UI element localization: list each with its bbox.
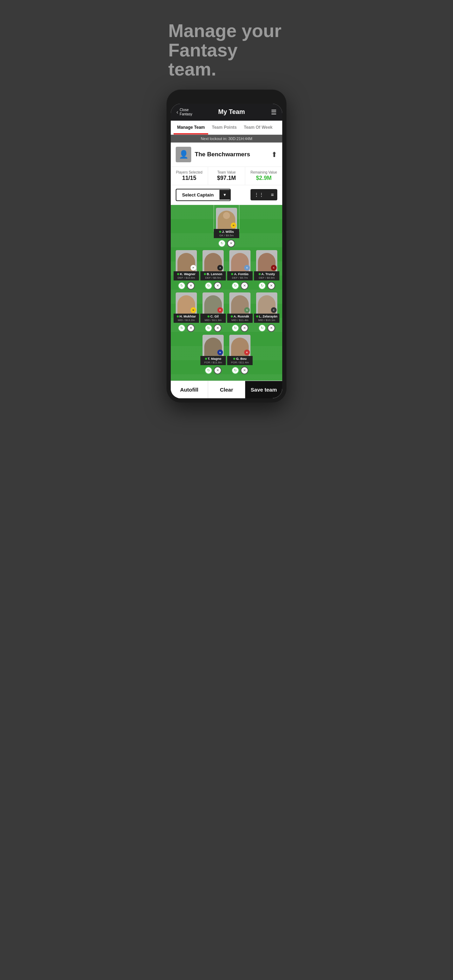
status-dot-rusnak xyxy=(231,315,233,318)
refresh-button-fontas[interactable]: ↻ xyxy=(231,282,239,290)
captain-dropdown-arrow: ▼ xyxy=(219,190,230,200)
player-actions-wagner: ↻ ✕ xyxy=(178,282,195,290)
bottom-action-bar: Autofill Clear Save team xyxy=(171,381,282,398)
phone-screen: ‹ CloseFantasy My Team ☰ Manage Team Tea… xyxy=(171,104,282,398)
tab-team-of-week[interactable]: Team Of Week xyxy=(240,121,276,134)
refresh-button-magno[interactable]: ↻ xyxy=(205,366,212,374)
player-info-trusty: A. Trusty DEF / $8.9m xyxy=(254,271,280,280)
remove-button-lennon[interactable]: ✕ xyxy=(214,282,222,290)
remove-button-fontas[interactable]: ✕ xyxy=(241,282,248,290)
team-value-stat: Team Value $97.1M xyxy=(208,167,246,185)
player-photo-wagner: P xyxy=(176,250,197,271)
refresh-button-trusty[interactable]: ↻ xyxy=(258,282,266,290)
player-photo-lennon: A xyxy=(202,250,224,271)
remove-button-bou[interactable]: ✕ xyxy=(241,366,248,374)
lockout-bar: Next lockout in: 30D:21H:44M xyxy=(171,135,282,143)
player-pos-price-trusty: DEF / $8.9m xyxy=(256,276,278,279)
player-photo-rusnak: S xyxy=(229,293,251,313)
remove-button-mukhtar[interactable]: ✕ xyxy=(187,324,195,332)
refresh-button-mukhtar[interactable]: ↻ xyxy=(178,324,186,332)
player-pos-price-mukhtar: MID / $13.2m xyxy=(175,318,197,322)
player-pos-price-lennon: DEF / $8.5m xyxy=(202,276,224,279)
refresh-button-wagner[interactable]: ↻ xyxy=(178,282,186,290)
remaining-value: $2.9M xyxy=(248,175,280,181)
team-value-label: Team Value xyxy=(211,170,242,174)
player-info-magno: T. Magno FOR / $11.8m xyxy=(200,356,226,365)
player-info-bou: G. Bou FOR / $11.4m xyxy=(227,356,253,365)
remaining-label: Remaining Value xyxy=(248,170,280,174)
def-row: P K. Wagner DEF / $10.6m ↻ ✕ xyxy=(171,250,282,290)
player-photo-willis: N xyxy=(216,208,237,229)
club-badge-magno: N xyxy=(217,350,223,355)
player-card-mukhtar: N H. Mukhtar MID / $13.2m ↻ ✕ xyxy=(173,293,199,332)
player-actions-trusty: ↻ ✕ xyxy=(258,282,275,290)
refresh-button-bou[interactable]: ↻ xyxy=(231,366,239,374)
captain-row: Select Captain ▼ ⋮⋮ ≡ xyxy=(171,185,282,205)
back-button[interactable]: ‹ CloseFantasy xyxy=(176,108,192,116)
player-actions-lennon: ↻ ✕ xyxy=(205,282,222,290)
back-chevron-icon: ‹ xyxy=(176,109,178,115)
app-header: ‹ CloseFantasy My Team ☰ xyxy=(171,104,282,121)
player-card-rusnak: S A. Rusnák MID / $11.4m ↻ ✕ xyxy=(227,293,253,332)
refresh-button-gil[interactable]: ↻ xyxy=(205,324,212,332)
captain-label: Select Captain xyxy=(176,189,219,200)
player-name-fontas: A. Fontàs xyxy=(229,272,251,276)
club-badge-trusty: C xyxy=(271,265,277,270)
refresh-button-lennon[interactable]: ↻ xyxy=(205,282,212,290)
remove-button-trusty[interactable]: ✕ xyxy=(267,282,275,290)
stats-row: Players Selected 11/15 Team Value $97.1M… xyxy=(171,167,282,185)
grid-view-button[interactable]: ⋮⋮ xyxy=(251,189,267,200)
remaining-value-stat: Remaining Value $2.9M xyxy=(245,167,282,185)
player-card-magno: N T. Magno FOR / $11.8m ↻ ✕ xyxy=(200,335,226,374)
refresh-button-rusnak[interactable]: ↻ xyxy=(231,324,239,332)
player-info-rusnak: A. Rusnák MID / $11.4m xyxy=(227,313,253,323)
refresh-button-willis[interactable]: ↻ xyxy=(218,240,226,247)
remove-button-magno[interactable]: ✕ xyxy=(214,366,222,374)
player-actions-rusnak: ↻ ✕ xyxy=(231,324,248,332)
team-value-value: $97.1M xyxy=(211,175,242,181)
player-photo-zelarayan: C xyxy=(256,293,277,313)
share-button[interactable]: ⬆ xyxy=(271,150,277,159)
team-left: 👤 The Benchwarmers xyxy=(176,147,250,162)
hero-heading: Manage your Fantasy team. xyxy=(168,21,285,79)
tab-team-points[interactable]: Team Points xyxy=(208,121,240,134)
clear-button[interactable]: Clear xyxy=(208,381,246,398)
remove-button-willis[interactable]: ✕ xyxy=(227,240,235,247)
status-dot-mukhtar xyxy=(177,315,179,318)
player-name-mukhtar: H. Mukhtar xyxy=(175,315,197,318)
player-card-bou: R G. Bou FOR / $11.4m ↻ ✕ xyxy=(227,335,253,374)
list-view-button[interactable]: ≡ xyxy=(267,189,277,200)
player-card-gk: N J. Willis GK / $9.5m ↻ ✕ xyxy=(214,208,239,247)
remove-button-zelarayan[interactable]: ✕ xyxy=(267,324,275,332)
club-badge-willis: N xyxy=(231,223,236,228)
club-badge-lennon: A xyxy=(217,265,223,270)
player-card-fontas: S A. Fontàs DEF / $9.7m ↻ ✕ xyxy=(227,250,253,290)
player-photo-bou: R xyxy=(229,335,251,356)
autofill-button[interactable]: Autofill xyxy=(171,381,208,398)
team-name: The Benchwarmers xyxy=(195,151,250,158)
player-actions-zelarayan: ↻ ✕ xyxy=(258,324,275,332)
mid-row: N H. Mukhtar MID / $13.2m ↻ ✕ xyxy=(171,293,282,332)
player-name-magno: T. Magno xyxy=(202,357,224,361)
player-actions-magno: ↻ ✕ xyxy=(205,366,222,374)
captain-select-dropdown[interactable]: Select Captain ▼ xyxy=(176,189,231,201)
player-info-willis: J. Willis GK / $9.5m xyxy=(214,229,239,238)
player-actions-willis: ↻ ✕ xyxy=(218,240,235,247)
status-dot-bou xyxy=(233,358,235,360)
player-card-lennon: A B. Lennon DEF / $8.5m ↻ ✕ xyxy=(200,250,226,290)
remove-button-rusnak[interactable]: ✕ xyxy=(241,324,248,332)
remove-button-gil[interactable]: ✕ xyxy=(214,324,222,332)
player-pos-price-rusnak: MID / $11.4m xyxy=(229,318,251,322)
save-team-button[interactable]: Save team xyxy=(245,381,282,398)
status-dot-magno xyxy=(205,358,207,360)
status-dot-gil xyxy=(207,315,210,318)
remove-button-wagner[interactable]: ✕ xyxy=(187,282,195,290)
hero-section: Manage your Fantasy team. xyxy=(158,7,295,90)
menu-icon[interactable]: ☰ xyxy=(271,108,277,116)
tab-manage-team[interactable]: Manage Team xyxy=(173,121,208,134)
refresh-button-zelarayan[interactable]: ↻ xyxy=(258,324,266,332)
player-name-lennon: B. Lennon xyxy=(202,272,224,276)
status-dot-fontas xyxy=(231,273,233,275)
player-info-wagner: K. Wagner DEF / $10.6m xyxy=(173,271,199,280)
player-actions-mukhtar: ↻ ✕ xyxy=(178,324,195,332)
